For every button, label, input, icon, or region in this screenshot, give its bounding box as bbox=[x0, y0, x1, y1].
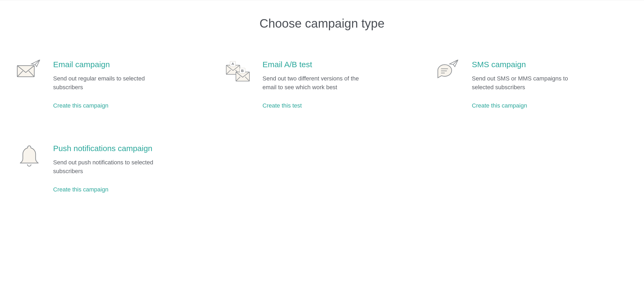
campaign-grid: Email campaign Send out regular emails t… bbox=[16, 60, 628, 193]
create-sms-campaign-link[interactable]: Create this campaign bbox=[472, 102, 527, 109]
email-ab-icon: A B bbox=[225, 60, 252, 84]
card-sms[interactable]: SMS campaign Send out SMS or MMS campaig… bbox=[435, 60, 628, 109]
card-title-sms: SMS campaign bbox=[472, 60, 628, 69]
card-push[interactable]: Push notifications campaign Send out pus… bbox=[16, 144, 209, 193]
page-title: Choose campaign type bbox=[16, 16, 628, 31]
sms-send-icon bbox=[435, 60, 461, 81]
create-push-campaign-link[interactable]: Create this campaign bbox=[53, 186, 108, 193]
card-email-ab[interactable]: A B Email A/B test Send out two differen bbox=[225, 60, 419, 109]
svg-text:B: B bbox=[241, 69, 244, 73]
bell-icon bbox=[16, 144, 43, 170]
email-send-icon bbox=[16, 60, 43, 81]
svg-text:A: A bbox=[231, 62, 234, 66]
card-desc-push: Send out push notifications to selected … bbox=[53, 158, 165, 176]
card-desc-email: Send out regular emails to selected subs… bbox=[53, 74, 165, 92]
card-email[interactable]: Email campaign Send out regular emails t… bbox=[16, 60, 209, 109]
card-desc-sms: Send out SMS or MMS campaigns to selecte… bbox=[472, 74, 583, 92]
create-email-ab-test-link[interactable]: Create this test bbox=[262, 102, 302, 109]
card-title-push: Push notifications campaign bbox=[53, 144, 209, 153]
create-email-campaign-link[interactable]: Create this campaign bbox=[53, 102, 108, 109]
card-title-email-ab: Email A/B test bbox=[262, 60, 419, 69]
card-title-email: Email campaign bbox=[53, 60, 209, 69]
card-desc-email-ab: Send out two different versions of the e… bbox=[262, 74, 374, 92]
